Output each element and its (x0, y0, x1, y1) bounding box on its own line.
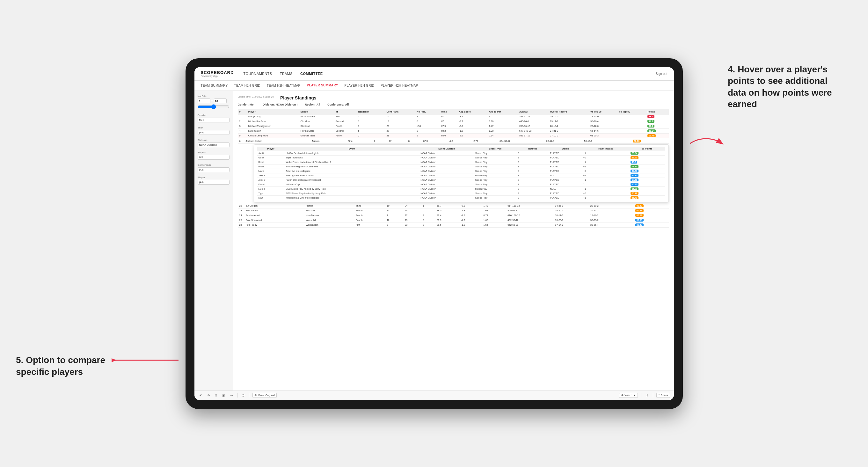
download-icon[interactable]: ⇩ (645, 393, 650, 398)
tt-col-pts: W Points (629, 147, 665, 151)
tt-pts-badge-11[interactable]: 66.40 (630, 196, 639, 199)
lower-points-badge-4[interactable]: 39.95 (635, 219, 644, 222)
tooltip-area: 6 Jackson Kolson Auburn First 2 27 8 87.… (238, 139, 669, 203)
watch-button[interactable]: 👁 Watch ▼ (619, 393, 638, 398)
tt-col-type: Event Type (474, 147, 517, 151)
clock-icon[interactable]: ⏱ (241, 393, 246, 398)
col-points: Points (646, 110, 669, 115)
view-original-label: View: Original (258, 394, 275, 397)
list-item: Matt I Mirobel Maui Jim Intercollegiate … (257, 195, 665, 200)
list-item: Pitch Southern Highlands Collegiate NCAA… (257, 164, 665, 168)
year-select[interactable]: (All) (198, 130, 229, 135)
list-item: Gorbi Tiger Invitational NCAA Division I… (257, 155, 665, 160)
table-row: 23 Jack Lundin Missouri Fourth 11 24 0 8… (238, 208, 669, 213)
no-rds-label: No Rds. (198, 95, 229, 97)
row6-table: 6 Jackson Kolson Auburn First 2 27 8 87.… (238, 139, 669, 144)
share-label: Share (661, 394, 668, 397)
lower-points-badge-1[interactable]: 60.58 (635, 204, 644, 207)
col-conf-rank: Conf Rank (385, 110, 415, 115)
col-adj-score: Adj. Score (458, 110, 487, 115)
filter-row: Gender:Men Division:NCAA Division I Regi… (238, 103, 669, 106)
main-content: No Rds. – Gender Men Year (194, 91, 674, 391)
tt-pts-badge-10[interactable]: 56.18 (630, 192, 639, 195)
watch-label: Watch (625, 394, 632, 397)
col-avg-sg: Avg SG (518, 110, 549, 115)
undo-icon[interactable]: ↶ (198, 393, 204, 398)
subnav-team-summary[interactable]: TEAM SUMMARY (201, 83, 228, 88)
list-item: Tiger SEC Stroke Play hosted by Jerry Pa… (257, 191, 665, 195)
no-rds-range: – (198, 98, 229, 103)
tt-pts-badge-7[interactable]: 18.50 (630, 179, 639, 181)
gender-select[interactable]: Men (198, 118, 229, 122)
points-badge-4[interactable]: 68.94 (647, 129, 656, 132)
lower-points-badge-2[interactable]: 60.27 (635, 209, 644, 212)
list-item: Luke I SEC Match Play hosted by Jerry Pa… (257, 186, 665, 191)
nav-committee[interactable]: COMMITTEE (300, 70, 323, 77)
player-label: Player (198, 176, 229, 179)
col-wins: Wins (440, 110, 458, 115)
table-row: 25 Cole Sherwood Vanderbilt Fourth 12 23… (238, 218, 669, 222)
arrow-right-icon (687, 134, 725, 153)
tooltip-card: Player Event Event Division Event Type R… (254, 145, 669, 203)
copy-icon[interactable]: ▣ (221, 393, 226, 398)
table-row: 1 Wenyi Ding Arizona State First 1 15 1 … (238, 114, 669, 119)
conference-select[interactable]: (All) (198, 167, 229, 172)
region-select[interactable]: N/A (198, 155, 229, 160)
points-badge-3[interactable]: 70.2 (647, 125, 654, 127)
sidebar-year: Year (All) (198, 126, 229, 135)
subnav-player-summary[interactable]: PLAYER SUMMARY (307, 83, 338, 88)
dots-icon[interactable]: ⋯ (229, 393, 234, 398)
lower-points-badge-5[interactable]: 38.49 (635, 223, 644, 226)
sign-out-link[interactable]: Sign out (656, 72, 668, 75)
chevron-down-icon: ▼ (633, 394, 636, 397)
redo-icon[interactable]: ↷ (206, 393, 211, 398)
points-badge-6[interactable]: 58.18 (633, 139, 641, 143)
tooltip-table: Player Event Event Division Event Type R… (257, 147, 665, 200)
update-time: Update time: 27/01/2024 16:56:26 (238, 95, 274, 98)
nav-tournaments[interactable]: TOURNAMENTS (243, 70, 272, 77)
player-select[interactable]: (All) (198, 180, 229, 185)
tt-pts-badge-5[interactable]: 37.57 (630, 169, 639, 173)
lower-points-badge-3[interactable]: 60.02 (635, 214, 644, 217)
logo-area: SCOREBOARD Powered by clippi (201, 70, 234, 77)
subnav-player-h2h-heatmap[interactable]: PLAYER H2H HEATMAP (381, 83, 418, 88)
list-item: Marc Amer An Intercollegiate NCAA Divisi… (257, 168, 665, 173)
division-select[interactable]: NCAA Division I (198, 143, 229, 147)
tt-pts-badge-9[interactable]: 25.38 (630, 187, 639, 190)
lower-standings-table: 22 Ian Gilligan Florida Third 10 24 1 68… (238, 204, 669, 227)
view-original-button[interactable]: 👁 View: Original (252, 393, 277, 398)
share-button[interactable]: ⤴ Share (656, 393, 670, 398)
filter-region-val: All (316, 103, 320, 106)
standings-table: # Player School Yr Reg Rank Conf Rank No… (238, 110, 669, 138)
points-badge-2[interactable]: 76.2 (647, 120, 654, 123)
tt-pts-badge-8[interactable]: 20.47 (630, 183, 639, 186)
col-yr: Yr (334, 110, 357, 115)
points-badge-1[interactable]: 88.2 (647, 115, 654, 118)
col-reg-rank: Reg Rank (356, 110, 385, 115)
tt-col-div: Event Division (419, 147, 474, 151)
bottom-toolbar: ↶ ↷ ⚙ ▣ ⋯ ⏱ 👁 View: Original 👁 Watch ▼ ⇩… (194, 391, 674, 400)
sidebar-division: Division NCAA Division I (198, 139, 229, 147)
subnav-team-h2h-heatmap[interactable]: TEAM H2H HEATMAP (267, 83, 301, 88)
sidebar-gender: Gender Men (198, 114, 229, 122)
subnav-team-h2h-grid[interactable]: TEAM H2H GRID (234, 83, 260, 88)
settings-icon[interactable]: ⚙ (214, 393, 219, 398)
tt-pts-badge-1[interactable]: 20.64 (630, 152, 639, 155)
no-rds-to-input[interactable] (214, 98, 227, 103)
share-icon: ⤴ (658, 394, 660, 397)
col-overall-record: Overall Record (549, 110, 589, 115)
points-badge-5[interactable]: 60.49 (647, 134, 656, 137)
tt-pts-badge-6[interactable]: 24.11 (630, 174, 639, 177)
year-label: Year (198, 126, 229, 129)
tt-pts-badge-2[interactable]: 53.60 (630, 156, 639, 159)
tt-pts-badge-3[interactable]: 46.7 (630, 161, 638, 163)
list-item: Alex C Fallen Oak Collegiate Invitationa… (257, 178, 665, 182)
conference-label: Conference (198, 163, 229, 166)
tt-pts-badge-4[interactable]: 73.23 (630, 165, 639, 168)
no-rds-slider[interactable] (198, 104, 229, 110)
tt-col-rank: Rank Impact (582, 147, 629, 151)
arrow-left-icon (112, 352, 182, 368)
subnav-player-h2h-grid[interactable]: PLAYER H2H GRID (345, 83, 375, 88)
nav-teams[interactable]: TEAMS (280, 70, 292, 77)
no-rds-from-input[interactable] (198, 98, 210, 103)
